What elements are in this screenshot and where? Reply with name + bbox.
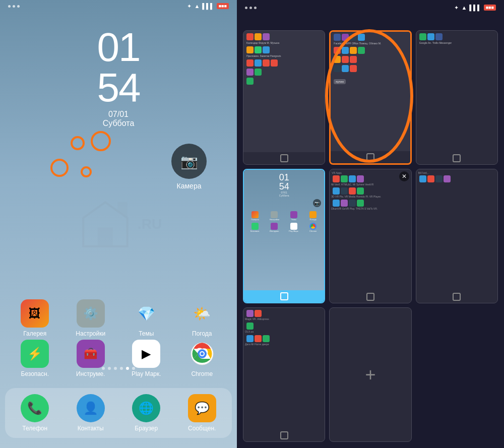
mini-360: [427, 175, 434, 182]
right-panel: ✦ ▲ ▌▌▌ ■■■ Календар Форум М. Музыка: [237, 0, 504, 448]
camera-icon[interactable]: 📷: [171, 144, 207, 179]
mini-ps-lbl: Play Марк.: [289, 230, 299, 232]
themes-label: Темы: [121, 330, 171, 337]
mini-row5-3: [331, 199, 409, 207]
app-contacts[interactable]: 👤 Контакты: [65, 394, 117, 432]
mini-row-2: [245, 46, 323, 54]
mini-chrome2: Chrome: [304, 223, 322, 232]
home-btn-5[interactable]: [366, 293, 374, 301]
mini-tools2: Инструме.: [265, 223, 283, 232]
mini-row3-1: [418, 33, 496, 41]
clock-area: 01 54 07/01 Суббота: [97, 27, 140, 128]
screen-content-6: Mi Ford...: [416, 169, 497, 291]
mini-weather2: Погода: [304, 211, 322, 221]
wifi-icon: ▲: [194, 3, 200, 9]
mini-tha: [444, 175, 451, 182]
mini-koro: [342, 47, 349, 54]
mini-row2-3: [332, 55, 408, 63]
mini-lbl5-1: Mi Verif. HTML&C. Mi Sphere VeetVR: [331, 183, 409, 186]
gallery-icon: 🖼: [21, 299, 49, 328]
page-dot-4[interactable]: [126, 367, 129, 370]
status-dots-right: [245, 7, 257, 9]
mini-row-4: [245, 68, 323, 76]
r-dot3: [254, 7, 257, 9]
app-grid-row2: ⚡ Безопасн. 🧰 Инструме. ▶ Play Марк.: [10, 340, 227, 377]
mini-lbl7-2: OLX.ua: [245, 330, 323, 333]
mini-duo: [255, 69, 262, 76]
screen-thumb-5[interactable]: ✕ VR Apps Mi Verif. HTML&C. Mi Sphere Ve…: [329, 169, 411, 303]
screen-thumb-4[interactable]: 0154 07/01Суббота 📷 Галерея Настройки Те…: [243, 169, 325, 303]
clock-time: 01 54: [97, 27, 140, 108]
mini-mihome: [255, 335, 262, 342]
screen-thumb-1[interactable]: Календар Форум М. Музыка Приложен. Замет…: [243, 30, 325, 165]
app-browser[interactable]: 🌐 Браузер: [120, 394, 172, 432]
contacts-icon: 👤: [77, 394, 105, 422]
close-button[interactable]: ✕: [399, 171, 409, 181]
svg-marker-1: [105, 202, 128, 218]
app-tools[interactable]: 🧰 Инструме.: [66, 340, 116, 377]
r-bluetooth-icon: ✦: [454, 5, 459, 11]
weather-label: Погода: [177, 330, 227, 337]
home-btn-3[interactable]: [453, 154, 461, 162]
home-btn-7[interactable]: [280, 431, 288, 439]
mini-row6-1: [418, 175, 496, 183]
phone-icon: 📞: [21, 394, 49, 422]
mini-row7-3: [245, 335, 323, 343]
app-chrome[interactable]: Chrome: [177, 340, 227, 377]
mini-veetvr: [357, 175, 364, 182]
mini-camera-area: 📷: [244, 198, 324, 208]
r-signal-icon: ▌▌▌: [469, 5, 481, 11]
battery-icon: ■■■: [217, 3, 229, 9]
add-screen-icon: +: [365, 364, 375, 386]
mini-clock-time: 0154: [245, 173, 323, 191]
screen-thumb-6[interactable]: Mi Ford...: [416, 169, 498, 303]
r-wifi-icon: ▲: [461, 5, 467, 11]
mini-weather-lbl: Погода: [310, 218, 317, 221]
status-bar-right: ✦ ▲ ▌▌▌ ■■■: [237, 0, 504, 15]
home-btn-6[interactable]: [453, 293, 461, 301]
page-dot-5[interactable]: [132, 367, 135, 370]
chrome-svg: [190, 342, 214, 366]
security-icon: ⚡: [21, 340, 49, 368]
app-security[interactable]: ⚡ Безопасн.: [10, 340, 60, 377]
themes-icon: 💎: [132, 299, 160, 328]
page-dot-3[interactable]: [120, 367, 123, 370]
screen-thumb-2[interactable]: Facebook WPF Office Помощ. Облако М.: [329, 30, 411, 165]
home-btn-4[interactable]: [280, 292, 288, 300]
app-gallery[interactable]: 🖼 Галерея: [10, 299, 60, 337]
page-dot-2[interactable]: [114, 367, 117, 370]
mini-skype: [358, 47, 365, 54]
home-btn-1[interactable]: [280, 154, 288, 162]
mini-lbl7-3: Диск Mi Home двери: [245, 343, 323, 346]
watermark: .RU: [75, 199, 162, 249]
app-weather[interactable]: 🌤️ Погода: [177, 299, 227, 337]
app-phone[interactable]: 📞 Телефон: [9, 394, 61, 432]
app-themes[interactable]: 💎 Темы: [121, 299, 171, 337]
mini-funpay: [350, 47, 357, 54]
camera-area[interactable]: 📷 Камера: [171, 144, 207, 190]
status-dots: [8, 5, 20, 8]
screen-bottom-1: [243, 152, 325, 164]
mini-maps: [246, 78, 254, 85]
mini-disk2: [246, 335, 254, 342]
page-dot-0[interactable]: [102, 367, 105, 370]
mini-row2-4: [332, 65, 408, 73]
home-btn-2[interactable]: [366, 153, 374, 161]
svg-point-7: [201, 352, 204, 355]
mini-btn-area: путин: [332, 75, 408, 86]
page-dot-1[interactable]: [108, 367, 111, 370]
mini-music: [263, 33, 270, 40]
mini-ps2: Play Марк.: [285, 223, 303, 232]
mini-sec-icon: [251, 223, 259, 230]
app-playstore[interactable]: ▶ Play Марк.: [121, 340, 171, 377]
mini-settings-icon: [271, 211, 278, 218]
screen-thumb-7[interactable]: Magic VR. AliExpress OLX.ua Диск Mi Home…: [243, 307, 325, 442]
screen-thumb-3[interactable]: Google An. Trello Messenger: [416, 30, 498, 165]
mini-row5-2: [331, 187, 409, 195]
app-messages[interactable]: 💬 Сообщен.: [176, 394, 228, 432]
app-settings[interactable]: ⚙️ Настройки: [66, 299, 116, 337]
mini-playfilm: [255, 59, 262, 67]
add-screen-button[interactable]: +: [329, 307, 411, 442]
mini-lbl7-1: Magic VR. AliExpress: [245, 317, 323, 321]
chrome-label: Chrome: [177, 370, 227, 377]
